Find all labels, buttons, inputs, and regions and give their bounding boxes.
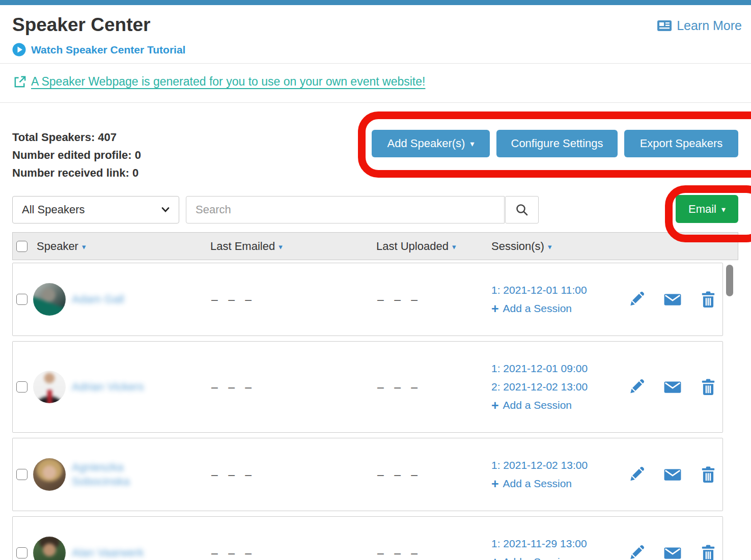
learn-more-label: Learn More	[677, 18, 742, 33]
delete-speaker-button[interactable]	[700, 544, 716, 560]
add-session-label: Add a Session	[503, 553, 572, 560]
last-uploaded-value: – – –	[376, 380, 491, 394]
add-session-link[interactable]: + Add a Session	[491, 475, 617, 492]
session-list: 1: 2021-11-29 13:00 + Add a Session	[491, 535, 617, 560]
search-input[interactable]	[186, 196, 505, 223]
chevron-down-icon	[161, 207, 170, 212]
plus-icon: +	[491, 478, 499, 490]
email-button[interactable]: Email ▾	[676, 195, 738, 223]
trash-icon	[700, 378, 716, 396]
edit-speaker-button[interactable]	[628, 378, 645, 396]
email-speaker-button[interactable]	[663, 378, 682, 396]
configure-settings-label: Configure Settings	[511, 137, 603, 150]
add-session-link[interactable]: + Add a Session	[491, 397, 617, 414]
table-row: Alan Vaarwerk – – – – – – 1: 2021-11-29 …	[12, 516, 723, 560]
learn-more-link[interactable]: Learn More	[657, 18, 742, 33]
edit-speaker-button[interactable]	[628, 291, 645, 308]
edited-profile-count: Number edited profile: 0	[12, 146, 141, 164]
avatar[interactable]	[33, 458, 66, 491]
chevron-down-icon: ▾	[470, 140, 474, 148]
session-link[interactable]: 1: 2021-12-01 11:00	[491, 282, 617, 299]
last-uploaded-header-label: Last Uploaded	[376, 240, 449, 253]
top-accent-bar	[0, 0, 751, 5]
email-speaker-button[interactable]	[663, 466, 682, 483]
row-checkbox[interactable]	[16, 547, 27, 558]
row-checkbox[interactable]	[16, 469, 27, 480]
add-session-link[interactable]: + Add a Session	[491, 300, 617, 317]
speaker-rows: Adam Gall – – – – – – 1: 2021-12-01 11:0…	[12, 263, 723, 560]
session-link[interactable]: 1: 2021-11-29 13:00	[491, 535, 617, 552]
envelope-icon	[663, 466, 682, 483]
table-row: Agnieszka Sobocinska – – – – – – 1: 2021…	[12, 438, 723, 511]
speaker-header-label: Speaker	[37, 240, 78, 253]
speaker-name[interactable]: Alan Vaarwerk	[72, 546, 144, 560]
speaker-name[interactable]: Agnieszka Sobocinska	[72, 460, 153, 489]
email-speaker-button[interactable]	[663, 291, 682, 308]
avatar[interactable]	[33, 371, 66, 403]
pencil-icon	[628, 544, 645, 560]
avatar[interactable]	[33, 537, 66, 560]
delete-speaker-button[interactable]	[700, 466, 716, 483]
session-list: 1: 2021-12-01 09:002: 2021-12-02 13:00 +…	[491, 360, 617, 414]
column-header-last-uploaded[interactable]: Last Uploaded ▾	[376, 240, 491, 253]
newspaper-icon	[657, 19, 672, 32]
export-speakers-button[interactable]: Export Speakers	[624, 130, 738, 157]
session-link[interactable]: 2: 2021-12-02 13:00	[491, 378, 617, 396]
speaker-center-page: Speaker Center Learn More Watch Speaker …	[0, 0, 751, 560]
sessions-header-label: Session(s)	[491, 240, 544, 253]
avatar[interactable]	[33, 283, 66, 316]
external-link-icon	[13, 75, 27, 89]
total-speakers: Total Speakers: 407	[12, 128, 141, 146]
session-link[interactable]: 1: 2021-12-02 13:00	[491, 457, 617, 474]
column-header-sessions[interactable]: Session(s) ▾	[491, 240, 617, 253]
divider	[0, 63, 751, 64]
configure-settings-button[interactable]: Configure Settings	[496, 130, 618, 157]
banner-label: A Speaker Webpage is generated for you t…	[31, 75, 425, 89]
session-link[interactable]: 1: 2021-12-01 09:00	[491, 360, 617, 377]
add-speakers-button[interactable]: Add Speaker(s) ▾	[372, 130, 490, 157]
plus-icon: +	[491, 399, 499, 412]
envelope-icon	[663, 291, 682, 308]
tutorial-link[interactable]: Watch Speaker Center Tutorial	[12, 43, 185, 57]
add-session-label: Add a Session	[503, 475, 572, 492]
last-emailed-value: – – –	[210, 546, 376, 560]
table-row: Adam Gall – – – – – – 1: 2021-12-01 11:0…	[12, 263, 723, 336]
pencil-icon	[628, 466, 645, 483]
delete-speaker-button[interactable]	[700, 378, 716, 396]
add-session-label: Add a Session	[503, 300, 572, 317]
sort-caret-icon: ▾	[452, 242, 456, 251]
received-link-count: Number received link: 0	[12, 164, 141, 182]
last-emailed-value: – – –	[210, 293, 376, 306]
speaker-stats: Total Speakers: 407 Number edited profil…	[12, 128, 141, 182]
pencil-icon	[628, 291, 645, 308]
last-uploaded-value: – – –	[376, 546, 491, 560]
sort-caret-icon: ▾	[279, 242, 283, 251]
search-button[interactable]	[505, 196, 539, 223]
trash-icon	[700, 544, 716, 560]
row-checkbox[interactable]	[16, 294, 27, 305]
divider	[0, 102, 751, 103]
sort-caret-icon: ▾	[82, 242, 86, 251]
select-all-checkbox[interactable]	[16, 241, 27, 252]
edit-speaker-button[interactable]	[628, 466, 645, 483]
last-uploaded-value: – – –	[376, 293, 491, 306]
edit-speaker-button[interactable]	[628, 544, 645, 560]
email-label: Email	[688, 203, 716, 216]
row-checkbox[interactable]	[16, 381, 27, 393]
column-header-speaker[interactable]: Speaker ▾	[32, 240, 210, 253]
speaker-webpage-link[interactable]: A Speaker Webpage is generated for you t…	[13, 75, 425, 89]
column-header-last-emailed[interactable]: Last Emailed ▾	[210, 240, 376, 253]
speaker-name[interactable]: Adam Gall	[72, 292, 124, 306]
trash-icon	[700, 466, 716, 483]
session-list: 1: 2021-12-02 13:00 + Add a Session	[491, 457, 617, 492]
speaker-filter-select[interactable]: All Speakers	[12, 196, 179, 223]
trash-icon	[700, 291, 716, 308]
email-speaker-button[interactable]	[663, 544, 682, 560]
search-icon	[515, 203, 529, 217]
speaker-name[interactable]: Adrian Vickers	[72, 380, 144, 394]
scrollbar-thumb[interactable]	[726, 265, 733, 296]
last-emailed-value: – – –	[210, 468, 376, 482]
add-session-link[interactable]: + Add a Session	[491, 553, 617, 560]
delete-speaker-button[interactable]	[700, 291, 716, 308]
plus-icon: +	[491, 302, 499, 315]
